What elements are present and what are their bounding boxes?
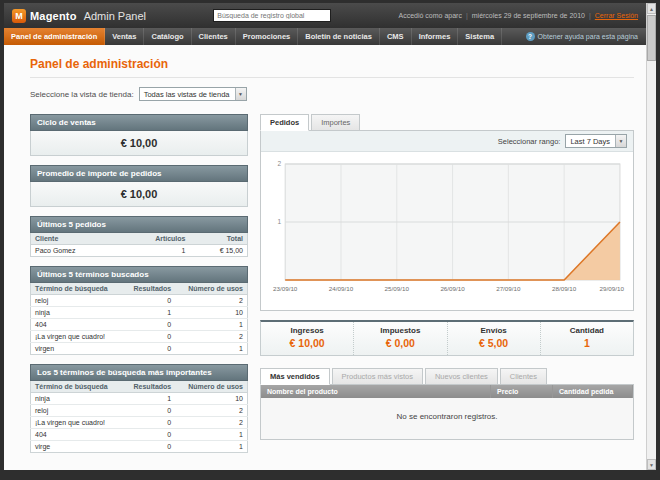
chevron-down-icon: ▼ [615, 135, 626, 147]
stat-ingresos: Ingresos€ 10,00 [261, 322, 353, 355]
orders-chart: 2123/09/1024/09/1025/09/1026/09/1027/09/… [261, 152, 633, 310]
last-search-terms-card: Últimos 5 términos buscados Término de b… [30, 266, 248, 355]
main-nav: Panel de administraciónVentasCatálogoCli… [4, 28, 646, 45]
grid-tab[interactable]: Productos más vistos [332, 368, 423, 385]
stat-value: € 5,00 [448, 337, 540, 349]
dashboard-sidebar: Ciclo de ventas € 10,00 Promedio de impo… [30, 114, 248, 462]
nav-item[interactable]: Ventas [105, 28, 144, 45]
column-header: Cantidad pedida [553, 385, 633, 398]
separator: | [589, 12, 591, 19]
svg-text:26/09/10: 26/09/10 [440, 285, 465, 292]
column-header: Término de búsqueda [31, 381, 124, 393]
store-view-value: Todas las vistas de tienda [144, 90, 230, 99]
nav-item[interactable]: Sistema [458, 28, 502, 45]
column-header: Resultados [123, 283, 175, 295]
card-title: Últimos 5 pedidos [30, 216, 248, 233]
nav-items: Panel de administraciónVentasCatálogoCli… [4, 28, 502, 45]
table-row[interactable]: virge01 [31, 441, 248, 453]
store-view-label: Seleccione la vista de tienda: [30, 90, 134, 99]
nav-item[interactable]: Panel de administración [4, 28, 105, 45]
grid-tab[interactable]: Más vendidos [260, 368, 330, 385]
logo-text: Magento [30, 10, 77, 22]
lifetime-sales-value: € 10,00 [30, 131, 248, 156]
admin-window: M Magento Admin Panel Accedió como aparc… [4, 3, 646, 470]
card-title: Ciclo de ventas [30, 114, 248, 131]
top-search-terms-card: Los 5 términos de búsqueda más important… [30, 364, 248, 453]
grid-tab[interactable]: Clientes [500, 368, 547, 385]
content-area: Panel de administración Seleccione la vi… [4, 45, 646, 470]
top-search-terms-table: Término de búsquedaResultadosNúmero de u… [30, 381, 248, 453]
bestsellers-table: Nombre del productoPrecioCantidad pedida [261, 385, 633, 398]
chart-tabs: Pedidos Importes [260, 114, 634, 131]
scroll-up-arrow[interactable]: ▲ [647, 3, 656, 14]
stat-value: € 0,00 [354, 337, 446, 349]
tab-amounts[interactable]: Importes [311, 114, 360, 131]
logout-link[interactable]: Cerrar Sesión [595, 12, 638, 19]
scrollbar-thumb[interactable] [647, 15, 656, 61]
last-orders-card: Últimos 5 pedidos ClienteArtículosTotalP… [30, 216, 248, 257]
column-header: Total [189, 233, 247, 245]
empty-message: No se encontraron registros. [261, 398, 633, 439]
average-orders-value: € 10,00 [30, 182, 248, 207]
grid-tabs: Más vendidosProductos más vistosNuevos c… [260, 368, 634, 385]
dashboard-main: Pedidos Importes Seleccionar rango: Last… [260, 114, 634, 462]
tab-orders[interactable]: Pedidos [260, 114, 309, 131]
nav-item[interactable]: Promociones [236, 28, 299, 45]
svg-text:2: 2 [277, 160, 281, 167]
scroll-down-arrow[interactable]: ▼ [647, 459, 656, 470]
table-row[interactable]: virgen01 [31, 343, 248, 355]
range-selector-row: Seleccionar rango: Last 7 Days ▼ [261, 131, 633, 152]
scrollbar[interactable]: ▲ ▼ [646, 3, 656, 470]
nav-item[interactable]: Boletín de noticias [298, 28, 380, 45]
table-row[interactable]: 40401 [31, 319, 248, 331]
column-header: Artículos [120, 233, 190, 245]
range-value: Last 7 Days [570, 137, 610, 146]
table-row[interactable]: reloj02 [31, 405, 248, 417]
column-header: Nombre del producto [261, 385, 491, 398]
nav-item[interactable]: CMS [380, 28, 412, 45]
store-view-select[interactable]: Todas las vistas de tienda ▼ [139, 87, 247, 101]
grid-tab[interactable]: Nuevos clientes [425, 368, 498, 385]
stat-envíos: Envíos€ 5,00 [447, 322, 540, 355]
table-row[interactable]: reloj02 [31, 295, 248, 307]
stat-value: 1 [541, 337, 633, 349]
stat-value: € 10,00 [261, 337, 353, 349]
table-row[interactable]: 40401 [31, 429, 248, 441]
card-title: Últimos 5 términos buscados [30, 266, 248, 283]
current-date: miércoles 29 de septiembre de 2010 [472, 12, 585, 19]
range-select[interactable]: Last 7 Days ▼ [565, 134, 627, 148]
separator: | [466, 12, 468, 19]
column-header: Resultados [123, 381, 175, 393]
store-view-row: Seleccione la vista de tienda: Todas las… [30, 87, 634, 101]
svg-text:25/09/10: 25/09/10 [385, 285, 410, 292]
global-search-input[interactable] [213, 9, 331, 22]
svg-text:24/09/10: 24/09/10 [329, 285, 354, 292]
stat-label: Ingresos [261, 326, 353, 335]
svg-text:23/09/10: 23/09/10 [273, 285, 298, 292]
nav-item[interactable]: Clientes [192, 28, 236, 45]
table-row[interactable]: ninja110 [31, 393, 248, 405]
bestsellers-panel: Nombre del productoPrecioCantidad pedida… [260, 384, 634, 440]
column-header: Cliente [31, 233, 120, 245]
stat-label: Impuestos [354, 326, 446, 335]
nav-item[interactable]: Informes [412, 28, 459, 45]
help-icon: ? [526, 32, 535, 41]
column-header: Término de búsqueda [31, 283, 124, 295]
last-orders-table: ClienteArtículosTotalPaco Gomez1€ 15,00 [30, 233, 248, 257]
table-row[interactable]: ¡La virgen que cuadro!02 [31, 417, 248, 429]
chart-panel: Seleccionar rango: Last 7 Days ▼ 2123/09… [260, 130, 634, 311]
column-header: Número de usos [175, 381, 247, 393]
table-row[interactable]: ¡La virgen que cuadro!02 [31, 331, 248, 343]
chevron-down-icon: ▼ [235, 88, 246, 100]
range-label: Seleccionar rango: [498, 137, 561, 146]
lifetime-sales-card: Ciclo de ventas € 10,00 [30, 114, 248, 156]
card-title: Promedio de importe de pedidos [30, 165, 248, 182]
header-user-info: Accedió como aparc | miércoles 29 de sep… [399, 12, 639, 19]
card-title: Los 5 términos de búsqueda más important… [30, 364, 248, 381]
table-row[interactable]: ninja110 [31, 307, 248, 319]
nav-item[interactable]: Catálogo [144, 28, 191, 45]
help-link[interactable]: ? Obtener ayuda para esta página [526, 28, 646, 45]
logged-in-as: Accedió como aparc [399, 12, 462, 19]
average-orders-card: Promedio de importe de pedidos € 10,00 [30, 165, 248, 207]
table-row[interactable]: Paco Gomez1€ 15,00 [31, 245, 248, 257]
